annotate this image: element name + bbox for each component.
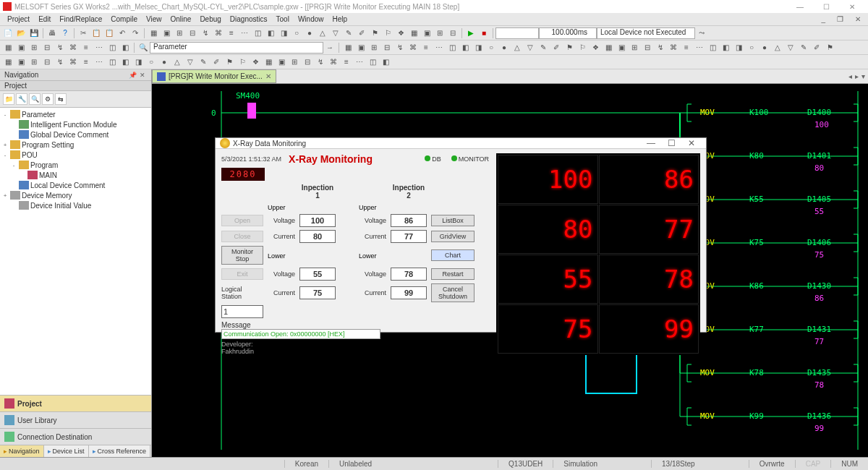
menu-compile[interactable]: Compile [106, 15, 142, 23]
toolbar-extra-icon[interactable]: ⤳ [696, 27, 707, 39]
toolbar-icon[interactable]: ▽ [184, 56, 196, 68]
toolbar-icon[interactable]: ⊟ [41, 42, 53, 54]
toolbar-icon[interactable]: ◫ [446, 42, 458, 54]
toolbar-icon[interactable]: ⊟ [187, 27, 198, 39]
tree-item[interactable]: MAIN [1, 170, 150, 180]
tab-nav-left-icon[interactable]: ◂ [848, 72, 852, 80]
nav-bottom-project[interactable]: Project [0, 395, 151, 411]
toolbar-icon[interactable]: ▦ [2, 42, 14, 54]
cut-icon[interactable]: ✂ [77, 27, 89, 39]
toolbar-icon[interactable]: ≡ [80, 56, 92, 68]
toolbar-icon[interactable]: ◫ [252, 27, 263, 39]
tree-item[interactable]: Local Device Comment [1, 180, 150, 190]
toolbar-icon[interactable]: ⊞ [28, 42, 40, 54]
toolbar-icon[interactable]: ▣ [15, 56, 27, 68]
toolbar-icon[interactable]: ✎ [343, 27, 354, 39]
btn-restart[interactable]: Restart [431, 268, 475, 280]
paste-icon[interactable]: 📋 [103, 27, 115, 39]
nav-tab-devicelist[interactable]: ▸Device List [44, 445, 89, 457]
val-up2c[interactable]: 77 [391, 230, 427, 243]
toolbar-icon[interactable]: ▽ [330, 27, 341, 39]
doc-tab[interactable]: [PRG]R Write Monitor Exec... ✕ [152, 69, 276, 83]
help-icon[interactable]: ? [59, 27, 71, 39]
toolbar-icon[interactable]: ⌘ [407, 42, 419, 54]
mdi-close[interactable]: ✕ [851, 15, 865, 23]
close-panel-icon[interactable]: ✕ [138, 72, 147, 79]
toolbar-icon[interactable]: ▦ [342, 42, 354, 54]
toolbar-icon[interactable]: △ [772, 42, 783, 54]
nav-ico-3[interactable]: 🔍 [29, 93, 41, 105]
toolbar-icon[interactable]: ○ [291, 27, 302, 39]
toolbar-icon[interactable]: ✐ [811, 42, 822, 54]
toolbar-icon[interactable]: ⌘ [67, 42, 79, 54]
toolbar-combo-blank[interactable] [495, 27, 539, 39]
toolbar-icon[interactable]: ▦ [408, 27, 420, 39]
menu-diagnostics[interactable]: Diagnostics [226, 15, 272, 23]
toolbar-icon[interactable]: ↯ [54, 42, 66, 54]
toolbar-icon[interactable]: ◧ [720, 42, 731, 54]
toolbar-icon[interactable]: ⋯ [433, 42, 445, 54]
new-icon[interactable]: 📄 [2, 27, 14, 39]
toolbar-icon[interactable]: ◧ [459, 42, 471, 54]
toolbar-icon[interactable]: ⚑ [369, 27, 380, 39]
toolbar-icon[interactable]: ◫ [367, 56, 378, 68]
toolbar-icon[interactable]: ≡ [420, 42, 432, 54]
xray-close[interactable]: ✕ [681, 138, 702, 148]
toolbar-icon[interactable]: ◨ [472, 42, 484, 54]
tree-item[interactable]: +Device Memory [1, 190, 150, 200]
toolbar-icon[interactable]: ⋯ [694, 42, 705, 54]
toolbar-icon[interactable]: ◧ [119, 56, 131, 68]
toolbar-icon[interactable]: ▣ [355, 42, 367, 54]
tree-item[interactable]: -Parameter [1, 109, 150, 119]
toolbar-icon[interactable]: ▦ [148, 27, 159, 39]
toolbar-icon[interactable]: ↯ [54, 56, 66, 68]
toolbar-icon[interactable]: ○ [485, 42, 497, 54]
nav-tab-navigation[interactable]: ▸Navigation [0, 445, 44, 457]
mdi-minimize[interactable]: _ [817, 15, 830, 23]
maximize-button[interactable]: ☐ [813, 3, 839, 11]
menu-project[interactable]: Project [3, 15, 34, 23]
message-box[interactable] [221, 329, 380, 339]
toolbar-icon[interactable]: ⊞ [629, 42, 640, 54]
xray-maximize[interactable]: ☐ [661, 138, 681, 148]
toolbar-icon[interactable]: ▣ [15, 42, 27, 54]
toolbar-icon[interactable]: ▣ [421, 27, 433, 39]
stop-icon[interactable]: ■ [478, 27, 490, 39]
save-icon[interactable]: 💾 [28, 27, 40, 39]
toolbar-icon[interactable]: ≡ [681, 42, 692, 54]
undo-icon[interactable]: ↶ [116, 27, 128, 39]
val-lo1c[interactable]: 75 [299, 286, 336, 299]
toolbar-icon[interactable]: ✎ [537, 42, 549, 54]
toolbar-icon[interactable]: ✎ [798, 42, 809, 54]
btn-listbox[interactable]: ListBox [431, 215, 475, 226]
toolbar-icon[interactable]: ● [304, 27, 315, 39]
project-tree[interactable]: -Parameter Intelligent Function Module G… [0, 108, 151, 395]
toolbar-icon[interactable]: ⚐ [237, 56, 248, 68]
toolbar-icon[interactable]: △ [317, 27, 328, 39]
redo-icon[interactable]: ↷ [129, 27, 141, 39]
toolbar-icon[interactable]: ⚐ [382, 27, 393, 39]
btn-chart[interactable]: Chart [431, 249, 475, 261]
nav-bottom-userlib[interactable]: User Library [0, 411, 151, 428]
toolbar-icon[interactable]: ◫ [106, 42, 118, 54]
tree-item[interactable]: -POU [1, 150, 150, 160]
toolbar-icon[interactable]: ✐ [356, 27, 367, 39]
minimize-button[interactable]: — [787, 3, 813, 11]
toolbar-icon[interactable]: ▽ [524, 42, 536, 54]
toolbar-icon[interactable]: ◧ [119, 42, 131, 54]
toolbar-icon[interactable]: ⊞ [28, 56, 40, 68]
toolbar-icon[interactable]: ◨ [132, 56, 144, 68]
menu-view[interactable]: View [142, 15, 166, 23]
menu-debug[interactable]: Debug [195, 15, 225, 23]
nav-ico-5[interactable]: ⇆ [55, 93, 67, 105]
tree-item[interactable]: -Program [1, 160, 150, 170]
tree-item[interactable]: Intelligent Function Module [1, 119, 150, 129]
toolbar-icon[interactable]: ▣ [276, 56, 287, 68]
tree-item[interactable]: Global Device Comment [1, 129, 150, 140]
copy-icon[interactable]: 📋 [90, 27, 102, 39]
toolbar-icon[interactable]: ⌘ [213, 27, 224, 39]
toolbar-icon[interactable]: ⌘ [67, 56, 79, 68]
toolbar-icon[interactable]: △ [171, 56, 183, 68]
toolbar-icon[interactable]: ⚑ [224, 56, 235, 68]
toolbar-icon[interactable]: ● [158, 56, 170, 68]
